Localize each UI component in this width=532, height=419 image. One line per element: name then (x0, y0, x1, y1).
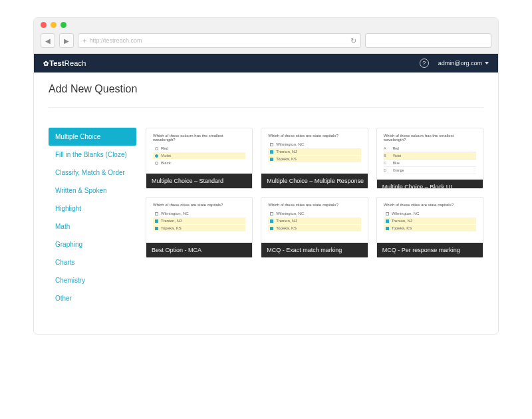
preview-option: Trenton, NJ (384, 217, 476, 224)
preview-option: Trenton, NJ (153, 217, 245, 224)
card-label: Best Option - MCA (146, 243, 252, 257)
minimize-window-icon[interactable] (51, 22, 57, 28)
brand-logo[interactable]: ✿TestReach (43, 59, 86, 67)
forward-button[interactable]: ▶ (59, 33, 74, 48)
maximize-window-icon[interactable] (61, 22, 66, 28)
preview-option: Wilmington, NC (268, 210, 360, 217)
preview-option: Wilmington, NC (384, 210, 476, 217)
preview-option: Wilmington, NC (268, 141, 360, 148)
option-text: Blue (393, 161, 400, 165)
checkbox-icon (155, 227, 158, 230)
option-text: Topeka, KS (161, 226, 182, 230)
preview-question: Which of these colours has the smallest … (384, 134, 476, 142)
checkbox-icon (270, 219, 273, 223)
card-label: Multiple Choice – Standard (146, 174, 252, 188)
checkbox-icon (386, 212, 389, 215)
preview-option: Topeka, KS (153, 225, 245, 231)
sidebar-item[interactable]: Classify, Match & Order (49, 164, 136, 182)
card-preview: Which of these colours has the smallest … (377, 128, 483, 180)
card-label: MCQ - Exact match marking (261, 243, 367, 257)
preview-question: Which of these cities are state capitals… (268, 134, 360, 138)
question-type-card[interactable]: Which of these colours has the smallest … (146, 128, 253, 189)
url-input[interactable]: + http://testreach.com ↻ (78, 33, 361, 48)
sidebar-item[interactable]: Chemistry (49, 271, 136, 289)
preview-option: Black (153, 160, 245, 166)
card-preview: Which of these cities are state capitals… (261, 128, 367, 174)
radio-icon (155, 162, 158, 165)
preview-question: Which of these cities are state capitals… (268, 203, 360, 207)
sidebar-item[interactable]: Charts (49, 253, 136, 271)
checkbox-icon (386, 219, 389, 223)
search-input[interactable] (365, 33, 491, 48)
radio-icon (155, 154, 158, 158)
question-type-grid: Which of these colours has the smallest … (146, 128, 483, 307)
url-text: http://testreach.com (89, 37, 142, 44)
sidebar-item[interactable]: Written & Spoken (49, 182, 136, 200)
question-type-card[interactable]: Which of these cities are state capitals… (261, 128, 368, 189)
preview-question: Which of these cities are state capitals… (153, 203, 245, 207)
brand-icon: ✿ (43, 60, 49, 67)
sidebar-item[interactable]: Fill in the Blanks (Cloze) (49, 146, 136, 164)
option-letter: D (384, 168, 390, 172)
checkbox-icon (155, 219, 158, 223)
sidebar-item[interactable]: Graphing (49, 235, 136, 253)
option-text: Wilmington, NC (276, 211, 304, 215)
window-controls (34, 18, 498, 31)
question-type-card[interactable]: Which of these cities are state capitals… (261, 197, 368, 258)
option-text: Black (161, 161, 171, 165)
category-sidebar: Multiple ChoiceFill in the Blanks (Cloze… (49, 128, 136, 307)
reload-icon[interactable]: ↻ (350, 37, 356, 45)
sidebar-item[interactable]: Multiple Choice (49, 128, 136, 146)
preview-block-option: ARed (384, 145, 476, 152)
preview-option: Topeka, KS (268, 156, 360, 162)
option-text: Topeka, KS (392, 226, 412, 230)
preview-option: Wilmington, NC (153, 210, 245, 217)
checkbox-icon (270, 212, 273, 215)
sidebar-item[interactable]: Highlight (49, 200, 136, 217)
option-text: Wilmington, NC (276, 142, 304, 146)
close-window-icon[interactable] (41, 22, 47, 28)
preview-option: Topeka, KS (384, 225, 476, 231)
user-menu[interactable]: admin@org.com (438, 60, 489, 67)
option-text: Trenton, NJ (392, 219, 412, 223)
chevron-down-icon (485, 62, 489, 65)
page-body: Add New Question Multiple ChoiceFill in … (34, 72, 498, 334)
option-text: Wilmington, NC (392, 211, 420, 215)
card-preview: Which of these cities are state capitals… (261, 198, 367, 243)
option-text: Trenton, NJ (276, 150, 297, 154)
browser-window: ◀ ▶ + http://testreach.com ↻ ✿TestReach … (33, 17, 499, 335)
page-title: Add New Question (49, 83, 483, 95)
option-letter: A (384, 146, 390, 150)
option-letter: B (384, 154, 390, 158)
question-type-card[interactable]: Which of these cities are state capitals… (376, 197, 483, 258)
option-text: Orange (393, 168, 404, 172)
sidebar-item[interactable]: Math (49, 217, 136, 235)
option-text: Violet (393, 154, 401, 158)
card-preview: Which of these cities are state capitals… (377, 198, 483, 243)
card-label: Multiple Choice – Multiple Response (261, 174, 367, 188)
card-preview: Which of these cities are state capitals… (146, 198, 252, 243)
option-text: Topeka, KS (276, 226, 297, 230)
option-letter: C (384, 161, 390, 165)
browser-toolbar: ◀ ▶ + http://testreach.com ↻ (34, 31, 498, 53)
option-text: Violet (161, 154, 171, 158)
option-text: Trenton, NJ (161, 219, 182, 223)
radio-icon (155, 147, 158, 150)
preview-option: Violet (153, 152, 245, 159)
app-header: ✿TestReach ? admin@org.com (34, 54, 498, 72)
option-text: Wilmington, NC (161, 211, 189, 215)
browser-chrome: ◀ ▶ + http://testreach.com ↻ (34, 18, 498, 54)
question-type-card[interactable]: Which of these cities are state capitals… (146, 197, 253, 258)
preview-block-option: CBlue (384, 160, 476, 167)
preview-option: Trenton, NJ (268, 148, 360, 155)
sidebar-item[interactable]: Other (49, 289, 136, 307)
option-text: Red (393, 146, 399, 150)
help-icon[interactable]: ? (420, 59, 429, 68)
card-label: Multiple Choice – Block UI (377, 180, 483, 188)
divider (49, 107, 483, 108)
checkbox-icon (270, 227, 273, 230)
back-button[interactable]: ◀ (41, 33, 55, 48)
card-label: MCQ - Per response marking (377, 243, 483, 257)
question-type-card[interactable]: Which of these colours has the smallest … (376, 128, 483, 189)
add-tab-icon[interactable]: + (82, 37, 86, 45)
